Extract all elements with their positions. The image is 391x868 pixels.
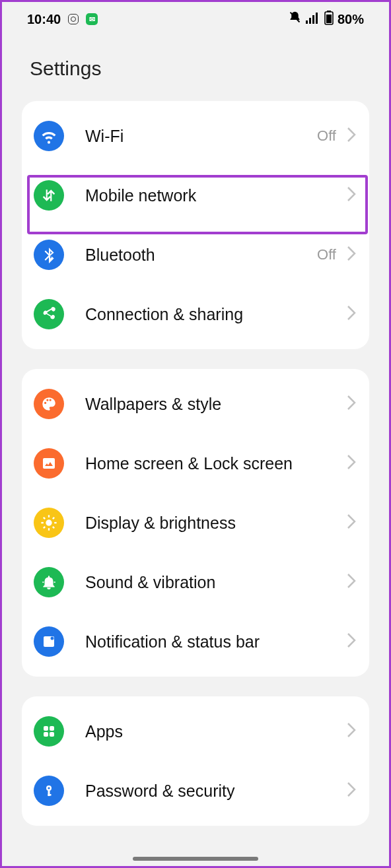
svg-rect-23 bbox=[50, 726, 54, 731]
chevron-right-icon bbox=[347, 127, 356, 145]
notif-icon bbox=[34, 626, 64, 657]
row-label: Home screen & Lock screen bbox=[85, 454, 347, 473]
svg-rect-4 bbox=[316, 13, 318, 24]
chevron-right-icon bbox=[347, 454, 356, 473]
svg-line-16 bbox=[44, 527, 45, 528]
mobile-data-icon bbox=[34, 180, 64, 211]
settings-row-mobile-network[interactable]: Mobile network bbox=[22, 166, 369, 225]
bluetooth-icon bbox=[34, 240, 64, 270]
settings-section: AppsPassword & security bbox=[22, 696, 369, 826]
svg-rect-6 bbox=[326, 15, 332, 23]
chevron-right-icon bbox=[347, 246, 356, 264]
message-icon: ✉ bbox=[86, 13, 98, 25]
svg-point-9 bbox=[46, 519, 52, 525]
svg-rect-22 bbox=[44, 726, 48, 731]
bell-icon bbox=[34, 567, 64, 597]
svg-rect-25 bbox=[50, 732, 54, 737]
settings-row-connection-sharing[interactable]: Connection & sharing bbox=[22, 284, 369, 344]
instagram-icon bbox=[67, 13, 79, 25]
chevron-right-icon bbox=[347, 305, 356, 323]
settings-section: Wi-FiOffMobile networkBluetoothOffConnec… bbox=[22, 101, 369, 349]
row-label: Connection & sharing bbox=[85, 305, 347, 324]
row-value: Off bbox=[317, 246, 336, 263]
mute-icon bbox=[288, 11, 302, 28]
row-label: Wallpapers & style bbox=[85, 395, 347, 414]
chevron-right-icon bbox=[347, 722, 356, 741]
svg-line-15 bbox=[53, 527, 54, 528]
row-value: Off bbox=[317, 127, 336, 145]
row-label: Bluetooth bbox=[85, 246, 317, 265]
settings-row-home-lock[interactable]: Home screen & Lock screen bbox=[22, 434, 369, 493]
svg-rect-8 bbox=[43, 458, 55, 469]
svg-point-21 bbox=[51, 637, 54, 640]
settings-row-sound[interactable]: Sound & vibration bbox=[22, 552, 369, 612]
row-label: Password & security bbox=[85, 782, 347, 801]
row-label: Wi-Fi bbox=[85, 127, 317, 146]
settings-row-wallpapers[interactable]: Wallpapers & style bbox=[22, 374, 369, 434]
settings-row-bluetooth[interactable]: BluetoothOff bbox=[22, 225, 369, 284]
wifi-icon bbox=[34, 121, 64, 151]
page-title: Settings bbox=[2, 34, 389, 101]
row-label: Sound & vibration bbox=[85, 573, 347, 592]
svg-line-17 bbox=[53, 517, 54, 519]
settings-row-display[interactable]: Display & brightness bbox=[22, 493, 369, 552]
status-left: 10:40 ✉ bbox=[27, 12, 98, 27]
chevron-right-icon bbox=[347, 782, 356, 800]
home-indicator[interactable] bbox=[133, 857, 258, 861]
settings-section: Wallpapers & styleHome screen & Lock scr… bbox=[22, 369, 369, 677]
svg-rect-24 bbox=[44, 732, 48, 737]
battery-percent: 80% bbox=[338, 12, 364, 27]
svg-point-27 bbox=[48, 787, 50, 789]
settings-row-password[interactable]: Password & security bbox=[22, 761, 369, 820]
status-bar: 10:40 ✉ 80% bbox=[2, 2, 389, 34]
chevron-right-icon bbox=[347, 573, 356, 591]
chevron-right-icon bbox=[347, 395, 356, 413]
chevron-right-icon bbox=[347, 632, 356, 651]
status-time: 10:40 bbox=[27, 12, 61, 27]
share-icon bbox=[34, 299, 64, 329]
svg-rect-1 bbox=[306, 20, 308, 24]
chevron-right-icon bbox=[347, 186, 356, 205]
grid-icon bbox=[34, 716, 64, 747]
svg-rect-3 bbox=[312, 15, 314, 24]
row-label: Display & brightness bbox=[85, 514, 347, 533]
key-icon bbox=[34, 776, 64, 806]
svg-rect-2 bbox=[309, 18, 311, 24]
picture-icon bbox=[34, 448, 64, 479]
settings-row-apps[interactable]: Apps bbox=[22, 702, 369, 761]
chevron-right-icon bbox=[347, 514, 356, 532]
svg-line-14 bbox=[44, 517, 45, 519]
signal-icon bbox=[306, 12, 320, 27]
row-label: Apps bbox=[85, 722, 347, 741]
settings-row-notification[interactable]: Notification & status bar bbox=[22, 612, 369, 671]
row-label: Mobile network bbox=[85, 186, 347, 205]
svg-rect-29 bbox=[48, 794, 52, 796]
settings-row-wifi[interactable]: Wi-FiOff bbox=[22, 106, 369, 166]
sun-icon bbox=[34, 508, 64, 538]
row-label: Notification & status bar bbox=[85, 632, 347, 651]
battery-icon bbox=[324, 11, 334, 28]
palette-icon bbox=[34, 389, 64, 419]
svg-rect-7 bbox=[327, 11, 331, 12]
status-right: 80% bbox=[288, 11, 364, 28]
